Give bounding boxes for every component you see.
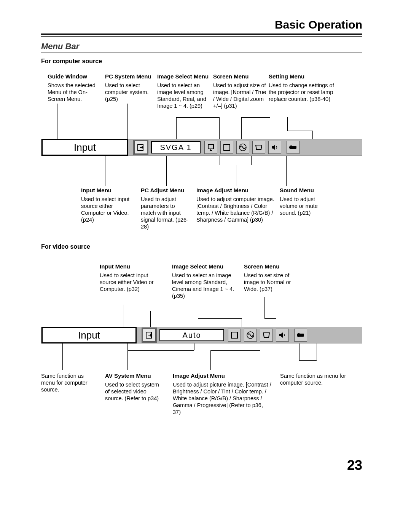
desc: Used to select an image level among Stan…	[172, 272, 234, 299]
connector	[210, 350, 260, 351]
connector	[105, 156, 143, 156]
section-rule	[41, 52, 362, 53]
callout-input-menu-2: Input Menu Used to select input source e…	[100, 263, 155, 292]
menu-bar-computer: Input SVGA 1	[41, 139, 362, 156]
section-title: Menu Bar	[41, 42, 79, 51]
image-adjust-icon	[244, 329, 257, 342]
pc-adjust-icon	[204, 141, 217, 154]
title: PC System Menu	[105, 73, 155, 80]
connector	[220, 156, 220, 165]
connector	[270, 117, 270, 139]
connector	[299, 343, 299, 360]
callout-screen-2: Screen Menu Used to set size of image to…	[244, 263, 297, 292]
sound-icon	[276, 329, 289, 342]
guide-window-box: Input	[41, 139, 128, 156]
subhead-video: For video source	[41, 243, 90, 250]
connector	[251, 156, 252, 165]
connector	[292, 156, 292, 165]
callout-guide-window: Guide Window Shows the selected Menu of …	[48, 73, 103, 102]
title: Screen Menu	[213, 73, 266, 80]
desc: Used to set size of image to Normal or W…	[244, 272, 291, 292]
title: Image Select Menu	[172, 263, 237, 270]
connector	[260, 343, 260, 350]
connector	[176, 117, 177, 139]
connector	[287, 117, 288, 131]
setting-icon	[287, 141, 299, 154]
desc: Same function as menu for computer sourc…	[280, 373, 346, 386]
title: Setting Menu	[269, 73, 340, 80]
title: AV System Menu	[105, 372, 164, 380]
desc: Used to select computer system. (p25)	[105, 82, 148, 102]
desc: Used to select system of selected video …	[105, 382, 159, 401]
connector	[62, 343, 63, 370]
connector	[264, 318, 276, 319]
connector	[236, 165, 251, 165]
callout-pc-system: PC System Menu Used to select computer s…	[105, 73, 155, 102]
connector	[308, 360, 308, 370]
callout-av-system: AV System Menu Used to select system of …	[105, 372, 164, 402]
title: Input Menu	[100, 263, 155, 270]
screen-icon	[252, 141, 265, 154]
connector	[287, 131, 312, 131]
desc: Used to adjust picture image. [Contrast …	[173, 382, 271, 415]
connector	[150, 311, 151, 327]
title: Image Adjust Menu	[173, 372, 272, 380]
setting-icon	[294, 329, 307, 342]
connector	[166, 156, 167, 186]
callout-image-adjust: Image Adjust Menu Used to adjust compute…	[196, 187, 278, 223]
desc: Same function as menu for computer sourc…	[41, 373, 88, 393]
title: Screen Menu	[244, 263, 297, 270]
title: Image Adjust Menu	[196, 187, 278, 194]
connector	[127, 104, 128, 139]
callout-same-right: Same function as menu for computer sourc…	[280, 372, 349, 386]
callout-same-left: Same function as menu for computer sourc…	[41, 372, 98, 393]
connector	[124, 311, 150, 311]
image-adjust-icon	[236, 141, 249, 154]
connector	[198, 305, 198, 318]
connector	[242, 318, 242, 327]
mode-box: SVGA 1	[151, 141, 201, 153]
connector	[219, 117, 220, 139]
connector	[166, 165, 220, 165]
connector	[317, 343, 317, 360]
callout-setting: Setting Menu Used to change settings of …	[269, 73, 340, 102]
title: PC Adjust Menu	[141, 187, 190, 194]
callout-input-menu: Input Menu Used to select input source e…	[81, 187, 131, 223]
callout-image-adjust-2: Image Adjust Menu Used to adjust picture…	[173, 372, 272, 415]
connector	[210, 350, 211, 370]
svg-rect-1	[208, 144, 213, 149]
subhead-computer: For computer source	[41, 58, 102, 65]
input-icon	[143, 329, 156, 342]
connector	[176, 117, 219, 118]
connector	[194, 343, 194, 350]
desc: Used to change settings of the projector…	[269, 82, 334, 102]
connector	[124, 305, 124, 327]
connector	[200, 165, 200, 186]
desc: Used to adjust size of image. [Normal / …	[213, 82, 266, 109]
rule-thick	[41, 34, 362, 35]
connector	[241, 117, 270, 118]
connector	[286, 156, 287, 186]
desc: Used to adjust computer image. [Contrast…	[196, 196, 274, 223]
title: Guide Window	[48, 73, 103, 80]
connector	[236, 165, 236, 186]
page-header: Basic Operation	[275, 18, 362, 31]
sound-icon	[268, 141, 281, 154]
desc: Used to select input source either Compu…	[81, 196, 129, 223]
image-select-icon	[220, 141, 233, 154]
connector	[312, 131, 313, 139]
callout-screen: Screen Menu Used to adjust size of image…	[213, 73, 266, 109]
title: Image Select Menu	[157, 73, 210, 80]
connector	[127, 350, 194, 351]
guide-window-box: Input	[41, 327, 137, 343]
connector	[264, 297, 265, 318]
connector	[241, 117, 242, 139]
desc: Used to select an image level among Stan…	[157, 82, 206, 109]
callout-image-select-2: Image Select Menu Used to select an imag…	[172, 263, 237, 299]
desc: Used to adjust volume or mute sound. (p2…	[280, 196, 318, 216]
callout-sound: Sound Menu Used to adjust volume or mute…	[280, 187, 329, 216]
rule-thin	[41, 36, 362, 37]
mode-box: Auto	[159, 329, 224, 341]
menu-bar-video: Input Auto	[41, 327, 362, 343]
svg-rect-2	[224, 144, 230, 150]
